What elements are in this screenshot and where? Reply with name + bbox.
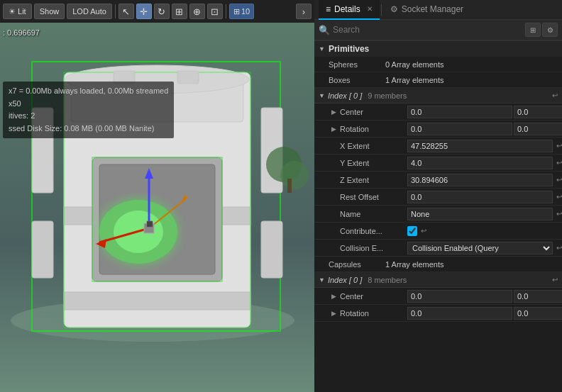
primitives-section-header[interactable]: ▼ Primitives bbox=[314, 40, 562, 57]
name-reset[interactable]: ↩ bbox=[556, 210, 562, 218]
show-button[interactable]: Show bbox=[34, 4, 65, 19]
capsules-index-arrow[interactable]: ▼ bbox=[319, 276, 325, 284]
capsules-index-reset[interactable]: ↩ bbox=[552, 276, 558, 284]
boxes-index-members: 9 members bbox=[368, 91, 407, 100]
x-extent-label: X Extent bbox=[340, 142, 407, 150]
grid-toggle[interactable]: ⊞ 10 bbox=[229, 4, 254, 19]
tab-separator bbox=[381, 4, 382, 16]
boxes-index-row[interactable]: ▼ Index [ 0 ] 9 members ↩ bbox=[314, 88, 562, 103]
tab-details[interactable]: ≡ Details ✕ bbox=[319, 0, 380, 20]
collision-label: Collision E... bbox=[340, 244, 407, 252]
lod-button[interactable]: LOD Auto bbox=[67, 4, 112, 19]
center-value: ↩ bbox=[407, 106, 562, 118]
filter-button[interactable]: ⚙ bbox=[542, 23, 558, 37]
name-input[interactable] bbox=[407, 208, 553, 220]
x-extent-input[interactable] bbox=[407, 140, 553, 152]
translate-icon[interactable]: ✛ bbox=[136, 4, 152, 19]
svg-rect-19 bbox=[64, 292, 250, 310]
rest-offset-input[interactable] bbox=[407, 191, 553, 203]
overlay-coord: : 0.696697 bbox=[3, 28, 40, 37]
scale-icon[interactable]: ⊞ bbox=[172, 4, 187, 19]
details-content[interactable]: ▼ Primitives Spheres 0 Array elements Bo… bbox=[314, 40, 562, 392]
lit-button[interactable]: ☀ Lit bbox=[3, 4, 32, 19]
boxes-index-arrow[interactable]: ▼ bbox=[319, 92, 325, 99]
capsules-index-row[interactable]: ▼ Index [ 0 ] 8 members ↩ bbox=[314, 272, 562, 288]
details-icon: ≡ bbox=[326, 4, 331, 14]
contribute-checkbox[interactable] bbox=[407, 226, 417, 236]
tab-details-close[interactable]: ✕ bbox=[367, 5, 373, 13]
scene-svg bbox=[0, 23, 314, 392]
name-label: Name bbox=[340, 210, 407, 218]
contribute-value: ↩ bbox=[407, 226, 562, 236]
capsule-center-x-input[interactable] bbox=[407, 290, 512, 303]
svg-rect-38 bbox=[287, 179, 292, 193]
center-y-input[interactable] bbox=[514, 106, 562, 118]
y-extent-reset[interactable]: ↩ bbox=[556, 159, 562, 167]
tab-details-label: Details bbox=[334, 4, 360, 14]
collision-reset[interactable]: ↩ bbox=[556, 244, 562, 252]
info-line3: itives: 2 bbox=[9, 110, 168, 123]
svg-rect-35 bbox=[177, 71, 199, 84]
search-options: ⊞ ⚙ bbox=[525, 23, 558, 37]
rotation-x-input[interactable] bbox=[407, 123, 512, 135]
boxes-value: 1 Array elements bbox=[385, 76, 444, 84]
capsule-rotation-y-input[interactable] bbox=[514, 307, 562, 320]
rotation-inputs bbox=[407, 123, 562, 135]
rest-offset-reset[interactable]: ↩ bbox=[556, 193, 562, 201]
rest-offset-value: ↩ bbox=[407, 191, 562, 203]
collision-value: Collision Enabled (Query ↩ bbox=[407, 242, 562, 254]
capsule-center-label: Center bbox=[340, 292, 407, 301]
viewport-scene bbox=[0, 23, 314, 392]
capsule-rotation-inputs bbox=[407, 307, 562, 320]
contribute-label: Contribute... bbox=[340, 227, 407, 235]
z-extent-input[interactable] bbox=[407, 174, 553, 186]
capsule-rotation-expand[interactable]: ▶ bbox=[331, 310, 340, 317]
search-input[interactable] bbox=[333, 25, 522, 35]
y-extent-input[interactable] bbox=[407, 157, 553, 169]
rotate-icon[interactable]: ↻ bbox=[154, 4, 170, 19]
contribute-row: ▶ Contribute... ↩ bbox=[314, 223, 562, 240]
tab-bar: ≡ Details ✕ ⚙ Socket Manager bbox=[314, 0, 562, 20]
search-bar: 🔍 ⊞ ⚙ bbox=[314, 20, 562, 40]
tab-socket[interactable]: ⚙ Socket Manager bbox=[383, 0, 470, 20]
socket-icon: ⚙ bbox=[390, 4, 398, 14]
contribute-reset[interactable]: ↩ bbox=[421, 227, 426, 235]
boxes-index-reset[interactable]: ↩ bbox=[552, 91, 558, 99]
rotation-expand[interactable]: ▶ bbox=[331, 125, 340, 133]
capsule-center-expand[interactable]: ▶ bbox=[331, 293, 340, 300]
y-extent-label: Y Extent bbox=[340, 159, 407, 167]
viewport-overlay: : 0.696697 bbox=[3, 27, 40, 39]
collision-dropdown[interactable]: Collision Enabled (Query bbox=[407, 242, 553, 254]
boxes-index-label: Index [ 0 ] bbox=[328, 91, 362, 100]
capsule-center-y-input[interactable] bbox=[514, 290, 562, 303]
surface-icon[interactable]: ⊡ bbox=[207, 4, 223, 19]
capsule-rotation-x-input[interactable] bbox=[407, 307, 512, 320]
svg-point-37 bbox=[280, 161, 309, 189]
spheres-label: Spheres bbox=[329, 60, 385, 69]
x-extent-row: ▶ X Extent ↩ bbox=[314, 138, 562, 155]
center-x-input[interactable] bbox=[407, 106, 512, 118]
right-panel: ≡ Details ✕ ⚙ Socket Manager 🔍 ⊞ ⚙ ▼ Pri… bbox=[314, 0, 562, 392]
info-line1: x7 = 0.00Mb always loaded, 0.00Mb stream… bbox=[9, 85, 168, 98]
y-extent-row: ▶ Y Extent ↩ bbox=[314, 155, 562, 172]
rotation-value: ↩ bbox=[407, 123, 562, 135]
rotation-y-input[interactable] bbox=[514, 123, 562, 135]
transform-icon[interactable]: ⊕ bbox=[189, 4, 205, 19]
more-icon[interactable]: › bbox=[296, 4, 312, 19]
primitives-title: Primitives bbox=[329, 44, 369, 54]
center-expand[interactable]: ▶ bbox=[331, 108, 340, 116]
svg-rect-14 bbox=[261, 221, 282, 278]
boxes-center-row: ▶ Center ↩ bbox=[314, 103, 562, 121]
boxes-rotation-row: ▶ Rotation ↩ bbox=[314, 121, 562, 138]
z-extent-reset[interactable]: ↩ bbox=[556, 176, 562, 184]
x-extent-reset[interactable]: ↩ bbox=[556, 142, 562, 150]
rotation-label: Rotation bbox=[340, 125, 407, 133]
z-extent-row: ▶ Z Extent ↩ bbox=[314, 172, 562, 189]
rest-offset-label: Rest Offset bbox=[340, 193, 407, 201]
grid-view-button[interactable]: ⊞ bbox=[525, 23, 541, 37]
collision-row: ▶ Collision E... Collision Enabled (Quer… bbox=[314, 240, 562, 257]
center-inputs bbox=[407, 106, 562, 118]
search-icon: 🔍 bbox=[319, 25, 330, 35]
select-mode-icon[interactable]: ↖ bbox=[119, 4, 134, 19]
viewport[interactable]: ☀ Lit Show LOD Auto ↖ ✛ ↻ ⊞ ⊕ ⊡ ⊞ 10 › bbox=[0, 0, 314, 392]
